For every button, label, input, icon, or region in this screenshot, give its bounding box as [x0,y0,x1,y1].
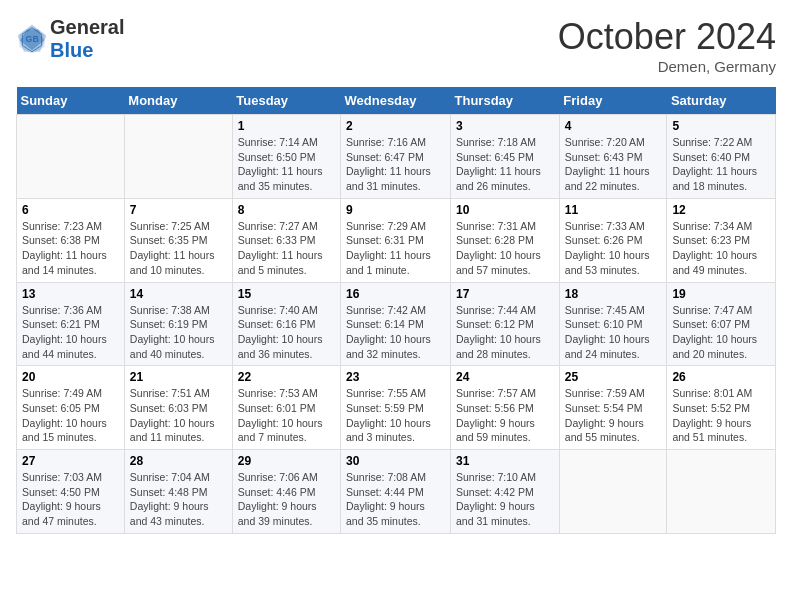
day-number: 18 [565,287,662,301]
calendar-cell: 24Sunrise: 7:57 AM Sunset: 5:56 PM Dayli… [451,366,560,450]
day-info: Sunrise: 7:14 AM Sunset: 6:50 PM Dayligh… [238,135,335,194]
calendar-cell: 14Sunrise: 7:38 AM Sunset: 6:19 PM Dayli… [124,282,232,366]
day-number: 23 [346,370,445,384]
location: Demen, Germany [558,58,776,75]
calendar-cell: 21Sunrise: 7:51 AM Sunset: 6:03 PM Dayli… [124,366,232,450]
calendar-cell: 27Sunrise: 7:03 AM Sunset: 4:50 PM Dayli… [17,450,125,534]
day-info: Sunrise: 7:47 AM Sunset: 6:07 PM Dayligh… [672,303,770,362]
day-number: 29 [238,454,335,468]
day-info: Sunrise: 7:29 AM Sunset: 6:31 PM Dayligh… [346,219,445,278]
calendar-cell [124,115,232,199]
day-info: Sunrise: 7:08 AM Sunset: 4:44 PM Dayligh… [346,470,445,529]
calendar-cell: 11Sunrise: 7:33 AM Sunset: 6:26 PM Dayli… [559,198,667,282]
day-number: 26 [672,370,770,384]
day-info: Sunrise: 7:51 AM Sunset: 6:03 PM Dayligh… [130,386,227,445]
day-number: 17 [456,287,554,301]
weekday-header-row: SundayMondayTuesdayWednesdayThursdayFrid… [17,87,776,115]
calendar-cell: 12Sunrise: 7:34 AM Sunset: 6:23 PM Dayli… [667,198,776,282]
svg-text:GB: GB [26,34,39,44]
day-info: Sunrise: 7:40 AM Sunset: 6:16 PM Dayligh… [238,303,335,362]
day-info: Sunrise: 7:20 AM Sunset: 6:43 PM Dayligh… [565,135,662,194]
logo-icon: GB [16,23,48,55]
day-number: 9 [346,203,445,217]
logo-text-general: General [50,16,124,38]
weekday-header-saturday: Saturday [667,87,776,115]
calendar-table: SundayMondayTuesdayWednesdayThursdayFrid… [16,87,776,534]
calendar-cell: 28Sunrise: 7:04 AM Sunset: 4:48 PM Dayli… [124,450,232,534]
calendar-cell: 3Sunrise: 7:18 AM Sunset: 6:45 PM Daylig… [451,115,560,199]
day-info: Sunrise: 7:10 AM Sunset: 4:42 PM Dayligh… [456,470,554,529]
day-number: 2 [346,119,445,133]
week-row-2: 6Sunrise: 7:23 AM Sunset: 6:38 PM Daylig… [17,198,776,282]
calendar-cell: 8Sunrise: 7:27 AM Sunset: 6:33 PM Daylig… [232,198,340,282]
week-row-5: 27Sunrise: 7:03 AM Sunset: 4:50 PM Dayli… [17,450,776,534]
day-info: Sunrise: 7:06 AM Sunset: 4:46 PM Dayligh… [238,470,335,529]
week-row-3: 13Sunrise: 7:36 AM Sunset: 6:21 PM Dayli… [17,282,776,366]
day-info: Sunrise: 7:31 AM Sunset: 6:28 PM Dayligh… [456,219,554,278]
day-number: 7 [130,203,227,217]
day-number: 31 [456,454,554,468]
day-info: Sunrise: 7:03 AM Sunset: 4:50 PM Dayligh… [22,470,119,529]
calendar-cell: 30Sunrise: 7:08 AM Sunset: 4:44 PM Dayli… [341,450,451,534]
logo: GB General Blue [16,16,124,62]
day-number: 19 [672,287,770,301]
calendar-cell: 23Sunrise: 7:55 AM Sunset: 5:59 PM Dayli… [341,366,451,450]
calendar-cell [667,450,776,534]
weekday-header-tuesday: Tuesday [232,87,340,115]
day-info: Sunrise: 7:18 AM Sunset: 6:45 PM Dayligh… [456,135,554,194]
day-number: 8 [238,203,335,217]
weekday-header-friday: Friday [559,87,667,115]
week-row-4: 20Sunrise: 7:49 AM Sunset: 6:05 PM Dayli… [17,366,776,450]
day-info: Sunrise: 7:27 AM Sunset: 6:33 PM Dayligh… [238,219,335,278]
calendar-cell: 9Sunrise: 7:29 AM Sunset: 6:31 PM Daylig… [341,198,451,282]
calendar-cell: 29Sunrise: 7:06 AM Sunset: 4:46 PM Dayli… [232,450,340,534]
weekday-header-sunday: Sunday [17,87,125,115]
day-number: 20 [22,370,119,384]
calendar-cell: 22Sunrise: 7:53 AM Sunset: 6:01 PM Dayli… [232,366,340,450]
day-info: Sunrise: 7:36 AM Sunset: 6:21 PM Dayligh… [22,303,119,362]
calendar-cell: 5Sunrise: 7:22 AM Sunset: 6:40 PM Daylig… [667,115,776,199]
calendar-cell: 10Sunrise: 7:31 AM Sunset: 6:28 PM Dayli… [451,198,560,282]
day-info: Sunrise: 7:04 AM Sunset: 4:48 PM Dayligh… [130,470,227,529]
day-number: 27 [22,454,119,468]
day-number: 30 [346,454,445,468]
day-info: Sunrise: 7:34 AM Sunset: 6:23 PM Dayligh… [672,219,770,278]
day-number: 14 [130,287,227,301]
day-number: 10 [456,203,554,217]
calendar-cell: 4Sunrise: 7:20 AM Sunset: 6:43 PM Daylig… [559,115,667,199]
day-info: Sunrise: 7:59 AM Sunset: 5:54 PM Dayligh… [565,386,662,445]
day-info: Sunrise: 7:38 AM Sunset: 6:19 PM Dayligh… [130,303,227,362]
logo-text-blue: Blue [50,39,93,61]
day-info: Sunrise: 7:55 AM Sunset: 5:59 PM Dayligh… [346,386,445,445]
day-number: 22 [238,370,335,384]
weekday-header-thursday: Thursday [451,87,560,115]
calendar-cell: 31Sunrise: 7:10 AM Sunset: 4:42 PM Dayli… [451,450,560,534]
day-info: Sunrise: 7:16 AM Sunset: 6:47 PM Dayligh… [346,135,445,194]
day-info: Sunrise: 8:01 AM Sunset: 5:52 PM Dayligh… [672,386,770,445]
day-number: 1 [238,119,335,133]
calendar-cell: 20Sunrise: 7:49 AM Sunset: 6:05 PM Dayli… [17,366,125,450]
day-number: 6 [22,203,119,217]
day-number: 16 [346,287,445,301]
calendar-cell: 18Sunrise: 7:45 AM Sunset: 6:10 PM Dayli… [559,282,667,366]
day-number: 21 [130,370,227,384]
calendar-cell: 2Sunrise: 7:16 AM Sunset: 6:47 PM Daylig… [341,115,451,199]
day-info: Sunrise: 7:57 AM Sunset: 5:56 PM Dayligh… [456,386,554,445]
calendar-cell: 16Sunrise: 7:42 AM Sunset: 6:14 PM Dayli… [341,282,451,366]
day-info: Sunrise: 7:22 AM Sunset: 6:40 PM Dayligh… [672,135,770,194]
day-number: 5 [672,119,770,133]
day-info: Sunrise: 7:53 AM Sunset: 6:01 PM Dayligh… [238,386,335,445]
title-block: October 2024 Demen, Germany [558,16,776,75]
calendar-cell: 6Sunrise: 7:23 AM Sunset: 6:38 PM Daylig… [17,198,125,282]
weekday-header-monday: Monday [124,87,232,115]
calendar-cell: 13Sunrise: 7:36 AM Sunset: 6:21 PM Dayli… [17,282,125,366]
page-header: GB General Blue October 2024 Demen, Germ… [16,16,776,75]
calendar-cell: 26Sunrise: 8:01 AM Sunset: 5:52 PM Dayli… [667,366,776,450]
day-number: 28 [130,454,227,468]
calendar-cell [17,115,125,199]
month-title: October 2024 [558,16,776,58]
day-number: 3 [456,119,554,133]
calendar-cell: 1Sunrise: 7:14 AM Sunset: 6:50 PM Daylig… [232,115,340,199]
calendar-cell: 25Sunrise: 7:59 AM Sunset: 5:54 PM Dayli… [559,366,667,450]
day-info: Sunrise: 7:45 AM Sunset: 6:10 PM Dayligh… [565,303,662,362]
